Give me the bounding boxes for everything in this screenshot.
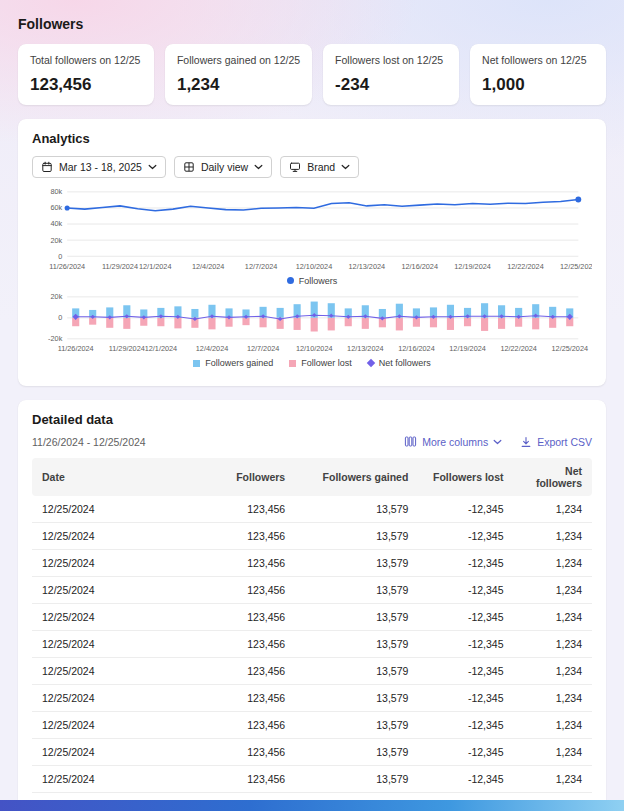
cell-number: -12,345 xyxy=(418,550,513,577)
legend-dot-blue xyxy=(287,277,294,284)
chevron-down-icon xyxy=(254,164,263,170)
legend-item-gained: Followers gained xyxy=(193,358,273,368)
table-row: 12/25/2024123,45613,579-12,3451,234 xyxy=(32,631,592,658)
svg-text:40k: 40k xyxy=(51,219,63,228)
detail-actions: More columns Export CSV xyxy=(404,435,592,448)
chevron-down-icon xyxy=(493,439,502,445)
cell-number: 1,234 xyxy=(514,550,592,577)
export-csv-button[interactable]: Export CSV xyxy=(520,436,592,448)
line-chart-legend: Followers xyxy=(32,276,592,286)
cell-number: 13,579 xyxy=(295,685,418,712)
svg-text:0: 0 xyxy=(58,313,62,322)
svg-text:12/22/2024: 12/22/2024 xyxy=(500,344,537,353)
cell-number: 123,456 xyxy=(206,604,296,631)
cell-number: -12,345 xyxy=(418,766,513,793)
cell-number: -12,345 xyxy=(418,523,513,550)
cell-number: 123,456 xyxy=(206,658,296,685)
detailed-data-table: Date Followers Followers gained Follower… xyxy=(32,458,592,793)
stat-label: Total followers on 12/25 xyxy=(30,54,142,66)
table-row: 12/25/2024123,45613,579-12,3451,234 xyxy=(32,550,592,577)
svg-text:12/7/2024: 12/7/2024 xyxy=(245,262,277,271)
header-followers-lost: Followers lost xyxy=(418,458,513,496)
header-net-followers: Net followers xyxy=(514,458,592,496)
svg-text:12/1/2024: 12/1/2024 xyxy=(139,262,171,271)
more-columns-dropdown[interactable]: More columns xyxy=(404,435,502,448)
view-granularity-dropdown[interactable]: Daily view xyxy=(174,156,272,178)
svg-text:12/13/2024: 12/13/2024 xyxy=(347,344,384,353)
table-header: Date Followers Followers gained Follower… xyxy=(32,458,592,496)
cell-number: 1,234 xyxy=(514,496,592,523)
svg-text:11/29/2024: 11/29/2024 xyxy=(102,262,138,271)
cell-number: 123,456 xyxy=(206,739,296,766)
svg-text:12/4/2024: 12/4/2024 xyxy=(196,344,228,353)
header-followers: Followers xyxy=(206,458,296,496)
svg-text:20k: 20k xyxy=(51,292,63,301)
cell-number: 1,234 xyxy=(514,604,592,631)
stat-card-total-followers: Total followers on 12/25 123,456 xyxy=(18,44,154,105)
stat-value: -234 xyxy=(335,75,447,95)
cell-date: 12/25/2024 xyxy=(32,658,206,685)
svg-text:80k: 80k xyxy=(51,187,63,196)
svg-text:11/26/2024: 11/26/2024 xyxy=(58,344,94,353)
stat-label: Followers gained on 12/25 xyxy=(177,54,300,66)
cell-number: 123,456 xyxy=(206,496,296,523)
cell-number: -12,345 xyxy=(418,712,513,739)
table-row: 12/25/2024123,45613,579-12,3451,234 xyxy=(32,712,592,739)
svg-text:12/10/2024: 12/10/2024 xyxy=(296,262,333,271)
table-row: 12/25/2024123,45613,579-12,3451,234 xyxy=(32,523,592,550)
chevron-down-icon xyxy=(341,164,350,170)
cell-number: 123,456 xyxy=(206,712,296,739)
cell-number: -12,345 xyxy=(418,658,513,685)
date-range-dropdown[interactable]: Mar 13 - 18, 2025 xyxy=(32,156,166,178)
cell-number: 13,579 xyxy=(295,631,418,658)
date-range-label: Mar 13 - 18, 2025 xyxy=(59,161,142,173)
stat-card-followers-gained: Followers gained on 12/25 1,234 xyxy=(165,44,312,105)
cell-number: 13,579 xyxy=(295,766,418,793)
table-row: 12/25/2024123,45613,579-12,3451,234 xyxy=(32,766,592,793)
stat-label: Followers lost on 12/25 xyxy=(335,54,447,66)
header-date: Date xyxy=(32,458,206,496)
cell-number: 1,234 xyxy=(514,523,592,550)
account-dropdown[interactable]: Brand xyxy=(280,156,359,178)
cell-number: 13,579 xyxy=(295,496,418,523)
cell-number: -12,345 xyxy=(418,685,513,712)
cell-number: -12,345 xyxy=(418,604,513,631)
svg-text:12/7/2024: 12/7/2024 xyxy=(247,344,279,353)
stat-value: 1,000 xyxy=(482,75,594,95)
cell-number: 13,579 xyxy=(295,604,418,631)
cell-number: -12,345 xyxy=(418,631,513,658)
svg-text:12/19/2024: 12/19/2024 xyxy=(454,262,491,271)
cell-date: 12/25/2024 xyxy=(32,631,206,658)
cell-number: -12,345 xyxy=(418,496,513,523)
export-csv-label: Export CSV xyxy=(537,436,592,448)
legend-label: Followers gained xyxy=(205,358,273,368)
stat-value: 1,234 xyxy=(177,75,300,95)
grid-view-icon xyxy=(183,161,195,173)
cell-number: 13,579 xyxy=(295,739,418,766)
cell-number: 123,456 xyxy=(206,685,296,712)
more-columns-label: More columns xyxy=(422,436,488,448)
cell-date: 12/25/2024 xyxy=(32,523,206,550)
view-granularity-label: Daily view xyxy=(201,161,248,173)
cell-number: 123,456 xyxy=(206,550,296,577)
detailed-data-title: Detailed data xyxy=(32,412,592,427)
svg-text:-20k: -20k xyxy=(48,334,63,343)
table-date-range: 11/26/2024 - 12/25/2024 xyxy=(32,436,146,448)
table-row: 12/25/2024123,45613,579-12,3451,234 xyxy=(32,685,592,712)
cell-date: 12/25/2024 xyxy=(32,604,206,631)
cell-number: 13,579 xyxy=(295,577,418,604)
calendar-icon xyxy=(41,161,53,173)
cell-date: 12/25/2024 xyxy=(32,685,206,712)
download-icon xyxy=(520,436,532,448)
cell-number: 13,579 xyxy=(295,658,418,685)
cell-date: 12/25/2024 xyxy=(32,496,206,523)
cell-number: -12,345 xyxy=(418,577,513,604)
table-row: 12/25/2024123,45613,579-12,3451,234 xyxy=(32,604,592,631)
table-row: 12/25/2024123,45613,579-12,3451,234 xyxy=(32,739,592,766)
legend-label: Followers xyxy=(299,276,338,286)
table-row: 12/25/2024123,45613,579-12,3451,234 xyxy=(32,496,592,523)
stat-card-followers-lost: Followers lost on 12/25 -234 xyxy=(323,44,459,105)
legend-square-pink xyxy=(289,360,296,367)
svg-text:12/16/2024: 12/16/2024 xyxy=(401,262,438,271)
stat-value: 123,456 xyxy=(30,75,142,95)
